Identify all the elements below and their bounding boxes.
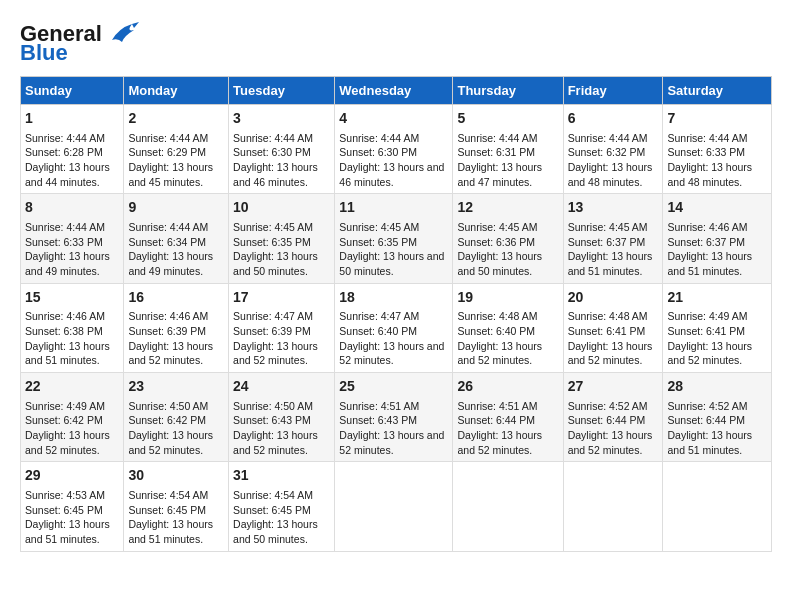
daylight-label: Daylight: 13 hours and 52 minutes.	[128, 429, 213, 456]
sunset-label: Sunset: 6:34 PM	[128, 236, 206, 248]
day-number: 7	[667, 109, 767, 129]
day-number: 1	[25, 109, 119, 129]
daylight-label: Daylight: 13 hours and 46 minutes.	[233, 161, 318, 188]
sunset-label: Sunset: 6:38 PM	[25, 325, 103, 337]
calendar-cell: 4Sunrise: 4:44 AMSunset: 6:30 PMDaylight…	[335, 105, 453, 194]
daylight-label: Daylight: 13 hours and 50 minutes.	[233, 250, 318, 277]
calendar-cell: 14Sunrise: 4:46 AMSunset: 6:37 PMDayligh…	[663, 194, 772, 283]
calendar-cell: 21Sunrise: 4:49 AMSunset: 6:41 PMDayligh…	[663, 283, 772, 372]
calendar-cell: 26Sunrise: 4:51 AMSunset: 6:44 PMDayligh…	[453, 373, 563, 462]
sunset-label: Sunset: 6:41 PM	[667, 325, 745, 337]
daylight-label: Daylight: 13 hours and 51 minutes.	[568, 250, 653, 277]
sunrise-label: Sunrise: 4:44 AM	[25, 132, 105, 144]
day-number: 21	[667, 288, 767, 308]
sunset-label: Sunset: 6:41 PM	[568, 325, 646, 337]
day-number: 5	[457, 109, 558, 129]
daylight-label: Daylight: 13 hours and 47 minutes.	[457, 161, 542, 188]
sunset-label: Sunset: 6:44 PM	[667, 414, 745, 426]
calendar-cell: 31Sunrise: 4:54 AMSunset: 6:45 PMDayligh…	[229, 462, 335, 551]
sunrise-label: Sunrise: 4:45 AM	[233, 221, 313, 233]
day-number: 25	[339, 377, 448, 397]
calendar-cell: 8Sunrise: 4:44 AMSunset: 6:33 PMDaylight…	[21, 194, 124, 283]
sunrise-label: Sunrise: 4:44 AM	[667, 132, 747, 144]
daylight-label: Daylight: 13 hours and 52 minutes.	[457, 340, 542, 367]
calendar-cell: 10Sunrise: 4:45 AMSunset: 6:35 PMDayligh…	[229, 194, 335, 283]
daylight-label: Daylight: 13 hours and 52 minutes.	[568, 340, 653, 367]
day-number: 17	[233, 288, 330, 308]
day-number: 20	[568, 288, 659, 308]
calendar-cell: 3Sunrise: 4:44 AMSunset: 6:30 PMDaylight…	[229, 105, 335, 194]
calendar-cell: 9Sunrise: 4:44 AMSunset: 6:34 PMDaylight…	[124, 194, 229, 283]
day-number: 13	[568, 198, 659, 218]
sunset-label: Sunset: 6:36 PM	[457, 236, 535, 248]
day-number: 19	[457, 288, 558, 308]
calendar-cell	[453, 462, 563, 551]
sunrise-label: Sunrise: 4:51 AM	[457, 400, 537, 412]
day-number: 2	[128, 109, 224, 129]
sunrise-label: Sunrise: 4:50 AM	[128, 400, 208, 412]
day-number: 6	[568, 109, 659, 129]
sunrise-label: Sunrise: 4:46 AM	[667, 221, 747, 233]
daylight-label: Daylight: 13 hours and 52 minutes.	[568, 429, 653, 456]
logo: General Blue	[20, 20, 142, 66]
day-number: 16	[128, 288, 224, 308]
sunset-label: Sunset: 6:43 PM	[339, 414, 417, 426]
sunrise-label: Sunrise: 4:54 AM	[233, 489, 313, 501]
day-number: 15	[25, 288, 119, 308]
calendar-cell: 15Sunrise: 4:46 AMSunset: 6:38 PMDayligh…	[21, 283, 124, 372]
sunset-label: Sunset: 6:37 PM	[568, 236, 646, 248]
sunrise-label: Sunrise: 4:44 AM	[128, 221, 208, 233]
sunrise-label: Sunrise: 4:50 AM	[233, 400, 313, 412]
sunrise-label: Sunrise: 4:51 AM	[339, 400, 419, 412]
daylight-label: Daylight: 13 hours and 52 minutes.	[339, 340, 444, 367]
sunset-label: Sunset: 6:44 PM	[568, 414, 646, 426]
sunset-label: Sunset: 6:31 PM	[457, 146, 535, 158]
sunset-label: Sunset: 6:44 PM	[457, 414, 535, 426]
sunrise-label: Sunrise: 4:52 AM	[568, 400, 648, 412]
sunrise-label: Sunrise: 4:45 AM	[568, 221, 648, 233]
sunset-label: Sunset: 6:39 PM	[128, 325, 206, 337]
daylight-label: Daylight: 13 hours and 48 minutes.	[568, 161, 653, 188]
sunset-label: Sunset: 6:42 PM	[128, 414, 206, 426]
sunset-label: Sunset: 6:32 PM	[568, 146, 646, 158]
calendar-cell: 22Sunrise: 4:49 AMSunset: 6:42 PMDayligh…	[21, 373, 124, 462]
sunrise-label: Sunrise: 4:48 AM	[568, 310, 648, 322]
calendar-cell: 20Sunrise: 4:48 AMSunset: 6:41 PMDayligh…	[563, 283, 663, 372]
sunset-label: Sunset: 6:29 PM	[128, 146, 206, 158]
calendar-week-row: 29Sunrise: 4:53 AMSunset: 6:45 PMDayligh…	[21, 462, 772, 551]
day-number: 28	[667, 377, 767, 397]
sunrise-label: Sunrise: 4:44 AM	[25, 221, 105, 233]
daylight-label: Daylight: 13 hours and 48 minutes.	[667, 161, 752, 188]
day-number: 3	[233, 109, 330, 129]
sunrise-label: Sunrise: 4:44 AM	[128, 132, 208, 144]
sunrise-label: Sunrise: 4:44 AM	[568, 132, 648, 144]
sunrise-label: Sunrise: 4:44 AM	[233, 132, 313, 144]
sunrise-label: Sunrise: 4:47 AM	[339, 310, 419, 322]
sunset-label: Sunset: 6:43 PM	[233, 414, 311, 426]
calendar-cell: 13Sunrise: 4:45 AMSunset: 6:37 PMDayligh…	[563, 194, 663, 283]
sunset-label: Sunset: 6:35 PM	[339, 236, 417, 248]
daylight-label: Daylight: 13 hours and 52 minutes.	[128, 340, 213, 367]
daylight-label: Daylight: 13 hours and 44 minutes.	[25, 161, 110, 188]
day-number: 11	[339, 198, 448, 218]
daylight-label: Daylight: 13 hours and 51 minutes.	[667, 250, 752, 277]
sunrise-label: Sunrise: 4:45 AM	[457, 221, 537, 233]
day-number: 26	[457, 377, 558, 397]
calendar-cell: 7Sunrise: 4:44 AMSunset: 6:33 PMDaylight…	[663, 105, 772, 194]
calendar-cell: 25Sunrise: 4:51 AMSunset: 6:43 PMDayligh…	[335, 373, 453, 462]
daylight-label: Daylight: 13 hours and 46 minutes.	[339, 161, 444, 188]
sunset-label: Sunset: 6:45 PM	[25, 504, 103, 516]
day-number: 24	[233, 377, 330, 397]
sunrise-label: Sunrise: 4:45 AM	[339, 221, 419, 233]
sunrise-label: Sunrise: 4:54 AM	[128, 489, 208, 501]
calendar-cell: 19Sunrise: 4:48 AMSunset: 6:40 PMDayligh…	[453, 283, 563, 372]
sunset-label: Sunset: 6:37 PM	[667, 236, 745, 248]
daylight-label: Daylight: 13 hours and 45 minutes.	[128, 161, 213, 188]
sunset-label: Sunset: 6:42 PM	[25, 414, 103, 426]
day-number: 31	[233, 466, 330, 486]
day-number: 18	[339, 288, 448, 308]
daylight-label: Daylight: 13 hours and 52 minutes.	[339, 429, 444, 456]
day-number: 9	[128, 198, 224, 218]
calendar-week-row: 22Sunrise: 4:49 AMSunset: 6:42 PMDayligh…	[21, 373, 772, 462]
daylight-label: Daylight: 13 hours and 52 minutes.	[233, 340, 318, 367]
